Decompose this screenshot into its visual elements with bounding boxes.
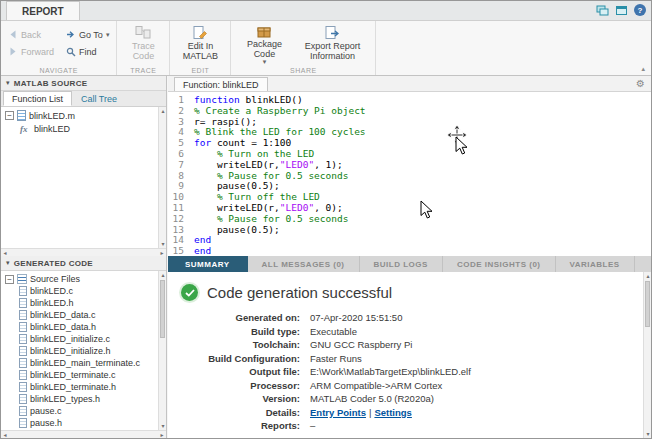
toolstrip-tab-row: REPORT ? xyxy=(1,1,651,21)
summary-label: Details: xyxy=(168,407,310,418)
generated-file-item[interactable]: blinkLED_terminate.c xyxy=(1,369,158,381)
left-panel: ▾ MATLAB SOURCE Function List Call Tree … xyxy=(1,76,167,438)
file-icon xyxy=(19,358,27,368)
report-tab-build-logs[interactable]: BUILD LOGS xyxy=(360,256,443,272)
generated-code-title: GENERATED CODE xyxy=(14,259,93,268)
gear-icon[interactable]: ⚙ xyxy=(636,78,645,89)
summary-value: MATLAB Coder 5.0 (R2020a) xyxy=(310,393,434,404)
collapse-box-icon[interactable]: − xyxy=(5,111,14,120)
report-panel: SUMMARYALL MESSAGES (0)BUILD LOGSCODE IN… xyxy=(168,256,651,438)
package-code-button[interactable]: Package Code ▾ xyxy=(236,24,292,63)
code-text: end xyxy=(194,246,211,256)
scroll-down-icon[interactable]: ▾ xyxy=(159,422,166,430)
generated-file-item[interactable]: pause.c xyxy=(1,405,158,417)
file-icon xyxy=(19,286,27,296)
trace-code-icon xyxy=(135,24,151,41)
export-report-button[interactable]: Export Report Information xyxy=(294,24,370,63)
matlab-source-header[interactable]: ▾ MATLAB SOURCE xyxy=(1,76,166,91)
summary-label: Toolchain: xyxy=(168,339,310,350)
generated-file-item[interactable]: blinkLED_initialize.h xyxy=(1,345,158,357)
scroll-down-icon[interactable]: ▾ xyxy=(159,240,166,248)
generated-file-item[interactable]: blinkLED_types.h xyxy=(1,393,158,405)
summary-value: GNU GCC Raspberry Pi xyxy=(310,339,412,350)
summary-label: Build type: xyxy=(168,326,310,337)
report-vertical-scrollbar[interactable]: ▴ ▾ xyxy=(643,272,651,438)
generated-file-item[interactable]: pause.h xyxy=(1,417,158,429)
file-name: blinkLED_data.h xyxy=(30,322,96,332)
status-line: Code generation successful xyxy=(168,272,643,301)
summary-label: Output file: xyxy=(168,366,310,377)
window-icon[interactable] xyxy=(615,5,628,16)
export-report-label: Export Report Information xyxy=(299,41,365,61)
summary-value: Executable xyxy=(310,326,357,337)
generated-file-item[interactable]: blinkLED_initialize.c xyxy=(1,333,158,345)
scrollbar-thumb[interactable] xyxy=(160,280,165,338)
scroll-right-icon[interactable]: ▸ xyxy=(158,431,166,438)
tab-function-list[interactable]: Function List xyxy=(3,91,72,106)
source-horizontal-scrollbar[interactable]: ◂ ▸ xyxy=(1,248,166,256)
trace-code-button[interactable]: Trace Code xyxy=(122,24,164,61)
source-files-label: Source Files xyxy=(30,274,80,284)
source-file-node[interactable]: − blinkLED.m xyxy=(1,109,158,122)
file-name: blinkLED_terminate.c xyxy=(30,370,116,380)
report-tab-summary[interactable]: SUMMARY xyxy=(168,256,248,272)
scroll-up-icon[interactable]: ▴ xyxy=(644,272,652,280)
find-button[interactable]: Find xyxy=(64,43,111,60)
code-line: 14end xyxy=(168,235,651,246)
scroll-left-icon[interactable]: ◂ xyxy=(1,431,9,438)
source-tree: − blinkLED.m fx blinkLED xyxy=(1,107,158,248)
matlab-coder-report-window: { "window": { "tab_label": "REPORT" }, "… xyxy=(0,0,652,439)
generated-horizontal-scrollbar[interactable]: ◂ ▸ xyxy=(1,430,166,438)
file-name: blinkLED_data.c xyxy=(30,310,96,320)
report-tab-variables[interactable]: VARIABLES xyxy=(556,256,635,272)
trace-code-label: Trace Code xyxy=(127,41,159,61)
dock-icon[interactable] xyxy=(596,5,609,16)
status-title: Code generation successful xyxy=(207,284,392,301)
source-files-icon xyxy=(17,274,27,284)
generated-file-item[interactable]: blinkLED.h xyxy=(1,297,158,309)
collapse-box-icon[interactable]: − xyxy=(5,275,14,284)
generated-file-item[interactable]: blinkLED.c xyxy=(1,285,158,297)
generated-file-item[interactable]: blinkLED_data.h xyxy=(1,321,158,333)
navigate-group: Back Go To ▾ Forward Find NAVIGATE xyxy=(1,21,117,75)
report-tab-all-messages-0[interactable]: ALL MESSAGES (0) xyxy=(248,256,360,272)
scroll-left-icon[interactable]: ◂ xyxy=(1,249,9,256)
source-vertical-scrollbar[interactable]: ▴ ▾ xyxy=(158,107,166,248)
line-number: 7 xyxy=(168,160,194,171)
tab-report[interactable]: REPORT xyxy=(6,1,80,20)
back-button[interactable]: Back xyxy=(6,26,56,43)
line-number: 15 xyxy=(168,246,194,256)
generated-file-item[interactable]: blinkLED_data.c xyxy=(1,309,158,321)
generated-file-item[interactable]: blinkLED_main_terminate.c xyxy=(1,357,158,369)
edit-in-matlab-button[interactable]: Edit In MATLAB xyxy=(175,24,225,61)
scroll-right-icon[interactable]: ▸ xyxy=(158,249,166,256)
link-settings[interactable]: Settings xyxy=(374,407,411,418)
scroll-up-icon[interactable]: ▴ xyxy=(159,271,166,279)
trace-group: Trace Code TRACE xyxy=(117,21,170,75)
success-check-icon xyxy=(181,284,198,301)
scroll-up-icon[interactable]: ▴ xyxy=(159,107,166,115)
generated-file-item[interactable]: blinkLED_terminate.h xyxy=(1,381,158,393)
back-label: Back xyxy=(21,30,41,40)
source-files-node[interactable]: − Source Files xyxy=(1,273,158,285)
scrollbar-thumb[interactable] xyxy=(645,281,650,327)
generated-vertical-scrollbar[interactable]: ▴ ▾ xyxy=(158,271,166,430)
report-tab-code-insights-0[interactable]: CODE INSIGHTS (0) xyxy=(443,256,556,272)
collapse-ribbon-icon[interactable]: ▴ xyxy=(641,65,645,73)
goto-button[interactable]: Go To ▾ xyxy=(64,26,111,43)
scroll-down-icon[interactable]: ▾ xyxy=(644,430,652,438)
navigate-buttons: Back Go To ▾ Forward Find xyxy=(6,24,111,60)
function-node[interactable]: fx blinkLED xyxy=(1,122,158,135)
link-entry-points[interactable]: Entry Points xyxy=(310,407,366,418)
forward-button[interactable]: Forward xyxy=(6,43,56,60)
share-group-label: SHARE xyxy=(231,67,375,74)
file-icon xyxy=(19,334,27,344)
tab-call-tree[interactable]: Call Tree xyxy=(72,91,126,106)
help-icon[interactable]: ? xyxy=(634,4,646,16)
function-header-tab[interactable]: Function: blinkLED xyxy=(174,77,268,91)
code-editor[interactable]: 1function blinkLED()2% Create a Raspberr… xyxy=(168,92,651,256)
edit-group: Edit In MATLAB EDIT xyxy=(170,21,231,75)
file-name: blinkLED_initialize.h xyxy=(30,346,111,356)
code-line: 13 pause(0.5); xyxy=(168,225,651,236)
generated-code-header[interactable]: ▾ GENERATED CODE xyxy=(1,256,166,271)
